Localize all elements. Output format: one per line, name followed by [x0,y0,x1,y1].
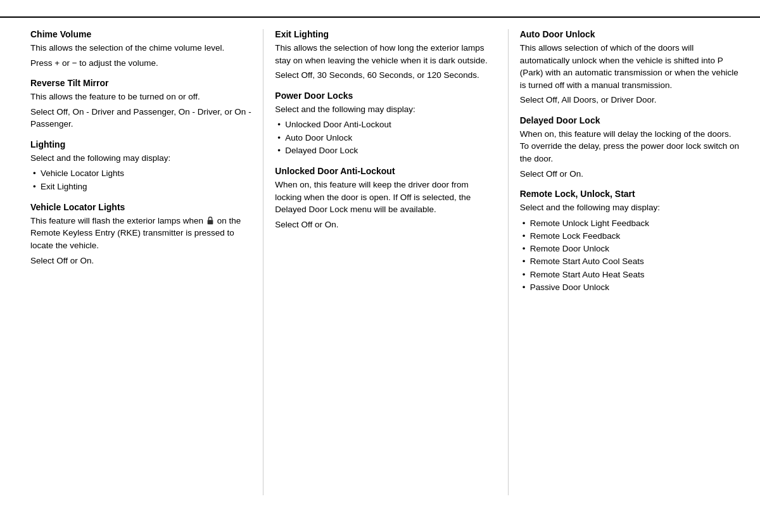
bullet-item-1-1-1: Auto Door Unlock [275,132,496,144]
paragraph-0-3-0: This feature will flash the exterior lam… [30,215,251,252]
bullet-item-2-2-4: Remote Start Auto Heat Seats [520,269,741,281]
section-body-0-1: This allows the feature to be turned on … [30,91,251,130]
paragraph-2-1-1: Select Off or On. [520,168,741,180]
section-title-1-1: Power Door Locks [275,91,496,101]
lock-icon [206,216,215,225]
svg-rect-0 [208,220,213,224]
bullet-list-0-2: Vehicle Locator LightsExit Lighting [30,167,251,193]
section-title-1-2: Unlocked Door Anti-Lockout [275,166,496,176]
bullet-list-2-2: Remote Unlock Light FeedbackRemote Lock … [520,217,741,294]
section-body-0-0: This allows the selection of the chime v… [30,42,251,69]
bullet-item-0-2-1: Exit Lighting [30,180,251,193]
paragraph-0-0-0: This allows the selection of the chime v… [30,42,251,54]
bullet-list-1-1: Unlocked Door Anti-LockoutAuto Door Unlo… [275,118,496,157]
bullet-item-0-2-0: Vehicle Locator Lights [30,167,251,180]
column-3: Auto Door UnlockThis allows selection of… [509,29,741,495]
section-title-0-1: Reverse Tilt Mirror [30,78,251,88]
section-title-0-3: Vehicle Locator Lights [30,202,251,212]
column-2: Exit LightingThis allows the selection o… [263,29,508,495]
section-title-0-0: Chime Volume [30,29,251,39]
section-body-2-0: This allows selection of which of the do… [520,42,741,106]
content-area: Chime VolumeThis allows the selection of… [0,18,760,507]
section-body-1-0: This allows the selection of how long th… [275,42,496,82]
paragraph-1-2-1: Select Off or On. [275,218,496,231]
paragraph-1-2-0: When on, this feature will keep the driv… [275,179,496,216]
paragraph-2-2-0: Select and the following may display: [520,201,741,214]
section-title-2-1: Delayed Door Lock [520,115,741,125]
bullet-item-2-2-1: Remote Lock Feedback [520,230,741,243]
section-body-2-1: When on, this feature will delay the loc… [520,128,741,180]
page-header [0,0,760,18]
page: Chime VolumeThis allows the selection of… [0,0,760,532]
section-body-0-2: Select and the following may display: [30,152,251,165]
bullet-item-1-1-0: Unlocked Door Anti-Lockout [275,118,496,131]
section-body-1-1: Select and the following may display: [275,103,496,116]
paragraph-1-1-0: Select and the following may display: [275,103,496,116]
paragraph-0-3-1: Select Off or On. [30,255,251,267]
paragraph-2-0-0: This allows selection of which of the do… [520,42,741,91]
bullet-item-2-2-2: Remote Door Unlock [520,243,741,255]
section-title-2-2: Remote Lock, Unlock, Start [520,189,741,199]
bullet-item-2-2-5: Passive Door Unlock [520,281,741,294]
paragraph-0-1-0: This allows the feature to be turned on … [30,91,251,103]
bullet-item-2-2-0: Remote Unlock Light Feedback [520,217,741,230]
paragraph-2-0-1: Select Off, All Doors, or Driver Door. [520,94,741,106]
bullet-item-1-1-2: Delayed Door Lock [275,144,496,157]
paragraph-0-0-1: Press + or − to adjust the volume. [30,57,251,70]
paragraph-0-2-0: Select and the following may display: [30,152,251,165]
bullet-item-2-2-3: Remote Start Auto Cool Seats [520,255,741,268]
paragraph-1-0-0: This allows the selection of how long th… [275,42,496,66]
section-title-1-0: Exit Lighting [275,29,496,39]
section-body-2-2: Select and the following may display: [520,201,741,214]
section-title-0-2: Lighting [30,139,251,149]
paragraph-1-0-1: Select Off, 30 Seconds, 60 Seconds, or 1… [275,69,496,82]
section-title-2-0: Auto Door Unlock [520,29,741,39]
section-body-0-3: This feature will flash the exterior lam… [30,215,251,267]
section-body-1-2: When on, this feature will keep the driv… [275,179,496,231]
paragraph-2-1-0: When on, this feature will delay the loc… [520,128,741,165]
paragraph-0-1-1: Select Off, On - Driver and Passenger, O… [30,106,251,130]
column-1: Chime VolumeThis allows the selection of… [30,29,263,495]
